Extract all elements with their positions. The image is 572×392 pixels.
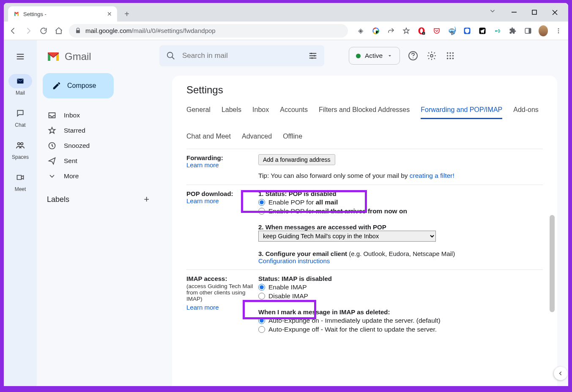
search-options-icon[interactable] xyxy=(308,51,317,60)
nav-more[interactable]: More xyxy=(43,169,153,184)
add-forwarding-address-button[interactable]: Add a forwarding address xyxy=(258,154,335,165)
browser-tab[interactable]: Settings - ✕ xyxy=(8,6,117,22)
section-imap: IMAP access: (access Guiding Tech Mail f… xyxy=(186,270,543,340)
pop-title: POP download: xyxy=(186,190,254,197)
pop-action-select[interactable]: keep Guiding Tech Mail's copy in the Inb… xyxy=(258,231,436,242)
maximize-button[interactable] xyxy=(524,5,545,20)
side-panel-icon[interactable] xyxy=(523,26,533,35)
status-chip[interactable]: Active xyxy=(349,47,400,65)
chrome-menu-icon[interactable] xyxy=(554,26,563,35)
tab-advanced[interactable]: Advanced xyxy=(242,130,272,144)
imap-enable[interactable]: Enable IMAP xyxy=(258,283,543,291)
svg-point-14 xyxy=(18,143,20,145)
mail-icon xyxy=(16,77,25,85)
svg-point-13 xyxy=(558,32,559,33)
compose-button[interactable]: Compose xyxy=(43,73,114,98)
imap-disable[interactable]: Disable IMAP xyxy=(258,292,543,300)
nav-snoozed[interactable]: Snoozed xyxy=(43,138,153,153)
gmail-favicon-icon xyxy=(13,11,20,17)
profile-avatar[interactable] xyxy=(539,26,548,35)
bookmark-star-icon[interactable] xyxy=(402,26,411,35)
svg-point-27 xyxy=(447,55,449,57)
nav-starred[interactable]: Starred xyxy=(43,123,153,138)
pop-enable-all[interactable]: Enable POP for all mail xyxy=(258,199,543,206)
rail-spaces[interactable]: Spaces xyxy=(4,136,37,163)
pop-learn-more[interactable]: Learn more xyxy=(186,197,254,204)
forwarding-tip: Tip: You can also forward only some of y… xyxy=(258,172,543,180)
spaces-icon xyxy=(16,141,25,150)
nav-inbox[interactable]: Inbox xyxy=(43,108,153,123)
side-panel-toggle[interactable] xyxy=(554,367,567,380)
ext-pocket-icon[interactable] xyxy=(432,26,441,35)
svg-point-32 xyxy=(452,58,454,60)
forwarding-title: Forwarding: xyxy=(186,154,254,161)
imap-expunge-on[interactable]: Auto-Expunge on - Immediately update the… xyxy=(258,317,543,324)
search-box[interactable] xyxy=(159,45,324,66)
extensions-icon[interactable] xyxy=(508,26,517,35)
ext-dash-icon[interactable]: ➺ xyxy=(493,26,502,35)
add-label-button[interactable]: + xyxy=(144,194,149,205)
imap-enable-radio[interactable] xyxy=(258,284,265,291)
svg-point-26 xyxy=(452,52,454,54)
forwarding-learn-more[interactable]: Learn more xyxy=(186,161,254,169)
pop-step3: 3. Configure your email client (e.g. Out… xyxy=(258,250,543,257)
sidebar: Gmail Compose Inbox Starred Snoozed Sent… xyxy=(37,40,159,386)
back-button[interactable] xyxy=(9,27,17,35)
new-tab-button[interactable]: + xyxy=(120,8,133,20)
imap-disable-radio[interactable] xyxy=(258,293,265,299)
tab-general[interactable]: General xyxy=(186,103,211,119)
search-icon xyxy=(166,51,175,60)
tab-addons[interactable]: Add-ons xyxy=(513,103,539,119)
create-filter-link[interactable]: creating a filter! xyxy=(410,172,454,179)
gmail-logo[interactable]: Gmail xyxy=(43,46,153,73)
pop-config-link[interactable]: Configuration instructions xyxy=(258,257,543,264)
support-button[interactable] xyxy=(408,50,419,61)
tab-chat-meet[interactable]: Chat and Meet xyxy=(186,130,231,144)
pop-enable-all-radio[interactable] xyxy=(258,199,265,206)
imap-expunge-off[interactable]: Auto-Expunge off - Wait for the client t… xyxy=(258,326,543,333)
scrollbar[interactable] xyxy=(550,215,555,312)
tab-forwarding-pop-imap[interactable]: Forwarding and POP/IMAP xyxy=(421,103,502,119)
imap-learn-more[interactable]: Learn more xyxy=(186,304,254,311)
close-tab-icon[interactable]: ✕ xyxy=(107,11,112,17)
tab-inbox[interactable]: Inbox xyxy=(252,103,269,119)
ext-google-icon[interactable] xyxy=(371,26,380,35)
rail-chat[interactable]: Chat xyxy=(4,103,37,131)
apps-grid-button[interactable] xyxy=(445,50,456,61)
svg-point-15 xyxy=(21,143,23,145)
close-window-button[interactable] xyxy=(545,5,565,20)
expunge-off-radio[interactable] xyxy=(258,326,265,333)
ext-opera-icon[interactable]: 1 xyxy=(417,26,426,35)
share-icon[interactable] xyxy=(386,26,396,35)
search-input[interactable] xyxy=(182,52,301,60)
pop-enable-new[interactable]: Enable POP for mail that arrives from no… xyxy=(258,207,543,215)
rail-mail[interactable]: Mail xyxy=(4,71,37,98)
home-button[interactable] xyxy=(55,27,63,35)
section-forwarding: Forwarding: Learn more Add a forwarding … xyxy=(186,149,543,185)
forward-button[interactable] xyxy=(24,27,33,35)
ext-shield-icon[interactable] xyxy=(463,26,472,35)
pencil-icon xyxy=(52,81,61,90)
gmail-logo-icon xyxy=(46,49,60,64)
tab-dropdown-icon[interactable] xyxy=(489,7,496,15)
ext-bitwarden-icon[interactable]: 🤿 xyxy=(447,26,457,35)
tab-accounts[interactable]: Accounts xyxy=(280,103,308,119)
address-bar[interactable]: mail.google.com/mail/u/0/#settings/fwdan… xyxy=(69,24,348,38)
ext-diamond-icon[interactable]: ◈ xyxy=(356,26,365,35)
minimize-button[interactable] xyxy=(504,5,524,20)
svg-point-17 xyxy=(167,52,173,58)
pop-enable-new-radio[interactable] xyxy=(258,208,265,215)
reload-button[interactable] xyxy=(39,27,48,35)
rail-meet[interactable]: Meet xyxy=(4,168,37,195)
tab-offline[interactable]: Offline xyxy=(283,130,302,144)
expunge-on-radio[interactable] xyxy=(258,317,265,324)
settings-gear-button[interactable] xyxy=(426,50,437,61)
nav-sent[interactable]: Sent xyxy=(43,153,153,169)
main-menu-button[interactable] xyxy=(11,47,30,66)
imap-title: IMAP access: xyxy=(186,275,254,282)
browser-toolbar: mail.google.com/mail/u/0/#settings/fwdan… xyxy=(4,22,568,40)
tab-labels[interactable]: Labels xyxy=(222,103,241,119)
ext-telegram-icon[interactable] xyxy=(478,26,487,35)
tab-filters[interactable]: Filters and Blocked Addresses xyxy=(319,103,410,119)
gmail-topbar: Active xyxy=(159,40,568,71)
